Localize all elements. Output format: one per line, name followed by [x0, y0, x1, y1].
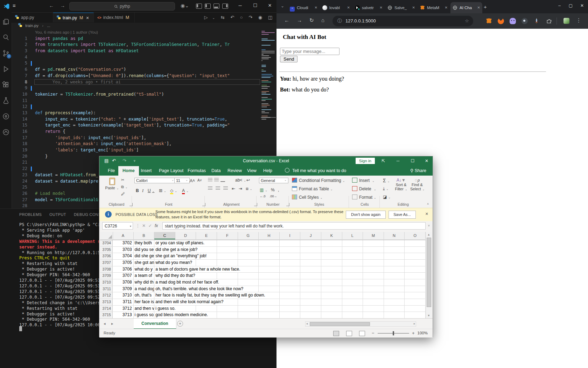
comma-style-icon[interactable]: , [278, 188, 279, 192]
tab-close-icon[interactable]: ✕ [86, 16, 89, 20]
spreadsheet-row[interactable]: 37093707a team ofwhy did they do that? [100, 273, 426, 279]
spreadsheet-grid[interactable]: ABCDEFGHIJKLMNO 37043702they bothor you … [100, 232, 426, 318]
horizontal-scrollbar[interactable]: ◂ ▸ [305, 321, 416, 327]
browser-minimize-button[interactable]: – [558, 3, 561, 8]
align-center-icon[interactable] [216, 186, 222, 191]
sort-filter-button[interactable]: A↓▼ Sort &Filter⌄ [394, 178, 408, 191]
panel-tab-problems[interactable]: PROBLEMS [19, 212, 42, 217]
cell-b[interactable]: i guess so. [134, 312, 155, 318]
browser-tab-metam[interactable]: MetaM✕ [418, 2, 450, 13]
dark-extension-icon[interactable] [522, 18, 528, 24]
wrap-text-icon[interactable]: ↩ [246, 178, 250, 183]
decrease-indent-icon[interactable]: ⇤ [232, 186, 235, 191]
borders-icon[interactable]: ⊞⌄ [159, 188, 166, 193]
extensions-puzzle-icon[interactable] [546, 18, 552, 24]
fill-icon[interactable]: ⤓⌄ [383, 186, 388, 191]
cell-c[interactable]: a team of doctors gave her a whole new f… [154, 266, 241, 272]
cell-b[interactable]: she got an [134, 260, 155, 266]
previous-change-icon[interactable]: ↶ [230, 15, 234, 20]
cancel-entry-icon[interactable]: ✕ [142, 223, 146, 228]
font-name-select[interactable]: Calibri⌄ [134, 178, 176, 183]
column-header-H[interactable]: H [259, 232, 280, 239]
address-bar[interactable]: ⓘ127.0.0.1:5000 ☆ [332, 16, 473, 26]
next-change-icon[interactable]: ↷ [248, 15, 252, 20]
orientation-icon[interactable]: ab˂⌄ [235, 178, 246, 183]
cell-a[interactable]: 3708 [113, 279, 134, 286]
merge-center-icon[interactable]: ⧈⌄ [246, 186, 252, 191]
cell-c[interactable]: god bless modern medicine. [154, 312, 209, 318]
code-line[interactable]: 16 return { [0, 129, 276, 135]
code-line[interactable]: 11 [0, 98, 276, 104]
code-line[interactable]: 7df = df.drop(columns=["Unnamed: 0"]).re… [0, 73, 276, 79]
select-all-corner[interactable] [100, 232, 113, 239]
editor-tab-train.py[interactable]: train.pyM✕ [53, 13, 94, 22]
ribbon-tab-help[interactable]: Help [259, 166, 276, 176]
spreadsheet-row[interactable]: 37053703did you sedid she get a nice job… [100, 247, 426, 253]
cell-c[interactable]: i guess so. [154, 306, 176, 312]
code-line[interactable]: 13def preprocess(example): [0, 110, 276, 116]
dont-show-again-button[interactable]: Don't show again [346, 211, 386, 219]
ribbon-display-options-icon[interactable]: ⇱ [379, 158, 387, 163]
align-top-icon[interactable] [208, 178, 227, 183]
toggle-secondary-sidebar-icon[interactable] [222, 4, 228, 9]
increase-decimal-icon[interactable]: ←.0 [260, 195, 266, 198]
browser-reload-icon[interactable]: ↻ [309, 17, 314, 23]
percent-style-icon[interactable]: % [271, 188, 275, 192]
spreadsheet-row[interactable]: 37153713i guess so.god bless modern medi… [100, 312, 426, 319]
bold-button[interactable]: B [136, 188, 139, 193]
fill-color-icon[interactable]: ◇⌄ [170, 188, 177, 193]
rocket-extension-icon[interactable] [533, 18, 540, 24]
column-header-E[interactable]: E [196, 232, 217, 239]
run-python-button[interactable]: ▷⌄ [204, 15, 215, 20]
cell-c[interactable]: or you can stay off planes. [154, 240, 205, 246]
cell-b[interactable]: her face is [134, 299, 155, 305]
cell-styles-button[interactable]: Cell Styles⌄ [292, 195, 322, 200]
scroll-up-icon[interactable]: ▲ [426, 233, 432, 236]
profile-avatar[interactable] [564, 18, 569, 24]
send-button[interactable]: Send [280, 56, 298, 62]
row-header-3709[interactable]: 3709 [100, 273, 113, 279]
spreadsheet-row[interactable]: 37133711her face isand then will she loo… [100, 299, 426, 306]
vertical-scrollbar[interactable]: ▲ ▼ [426, 232, 432, 318]
align-right-icon[interactable] [223, 186, 230, 191]
circle-icon[interactable]: ○ [240, 15, 243, 20]
breadcrumb-ellipsis[interactable]: ... [47, 23, 50, 28]
column-header-F[interactable]: F [217, 232, 238, 239]
number-format-select[interactable]: General⌄ [259, 178, 288, 183]
scroll-left-icon[interactable]: ◂ [306, 322, 308, 325]
breadcrumb-file[interactable]: train.py [25, 23, 38, 28]
forward-icon[interactable]: → [60, 3, 65, 8]
code-line[interactable]: 10tokenizer = T5Tokenizer.from_pretraine… [0, 91, 276, 98]
cell-a[interactable]: 3713 [113, 312, 134, 318]
site-info-icon[interactable]: ⓘ [337, 18, 342, 23]
spreadsheet-row[interactable]: 37043702they bothor you can stay off pla… [100, 240, 426, 247]
row-header-3706[interactable]: 3706 [100, 253, 113, 259]
zoom-in-icon[interactable]: + [412, 330, 415, 336]
zoom-out-icon[interactable]: − [372, 330, 374, 336]
code-line[interactable]: 8You, 2 weeks ago • first ai [0, 79, 276, 86]
font-color-icon[interactable]: A⌄ [182, 188, 189, 193]
column-header-L[interactable]: L [342, 232, 363, 239]
expand-formula-bar-icon[interactable]: ˅ [428, 224, 430, 227]
code-line[interactable]: 6df = pd.read_csv("Conversation.csv") [0, 67, 276, 73]
cell-a[interactable]: 3703 [113, 247, 134, 253]
cell-a[interactable]: 3711 [113, 299, 134, 305]
ribbon-tab-view[interactable]: View [243, 166, 261, 176]
row-header-3707[interactable]: 3707 [100, 260, 113, 266]
column-header-J[interactable]: J [300, 232, 321, 239]
font-size-select[interactable]: 11⌄ [174, 178, 190, 183]
toggle-panel-icon[interactable] [214, 4, 219, 9]
code-line[interactable]: 2from transformers import T5Tokenizer, T… [0, 42, 276, 48]
minimize-button[interactable]: ─ [237, 3, 244, 8]
cell-a[interactable]: 3709 [113, 286, 134, 292]
spreadsheet-row[interactable]: 37103708why did tha mad dog bit most of … [100, 279, 426, 286]
cut-icon[interactable]: ✂ [121, 178, 124, 182]
browser-tab-salvetr[interactable]: salvetr✕ [353, 2, 385, 13]
cell-c[interactable]: oh, that's terrible. what does she look … [154, 286, 244, 292]
sign-in-button[interactable]: Sign in [356, 158, 375, 164]
row-header-3712[interactable]: 3712 [100, 292, 113, 299]
ribbon-tab-page-layout[interactable]: Page Layout [155, 166, 188, 176]
column-header-B[interactable]: B [134, 232, 155, 239]
normal-view-icon[interactable] [333, 331, 339, 336]
collapse-ribbon-icon[interactable]: ˄ [427, 202, 429, 206]
